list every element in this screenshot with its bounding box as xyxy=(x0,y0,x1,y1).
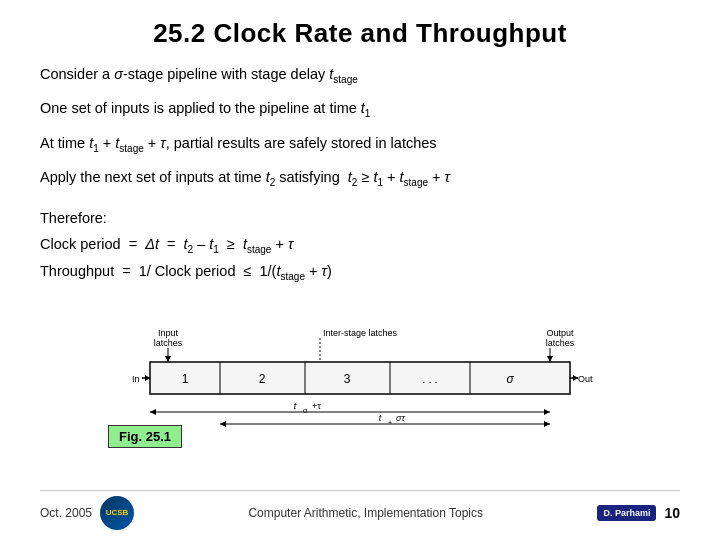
footer: Oct. 2005 UCSB Computer Arithmetic, Impl… xyxy=(40,490,680,530)
svg-text:t: t xyxy=(294,401,297,411)
clock-period-line: Clock period = Δt = t2 – t1 ≥ tstage + τ xyxy=(40,233,680,258)
svg-text:Out: Out xyxy=(578,374,593,384)
line-therefore: Therefore: xyxy=(40,207,680,229)
line-apply: Apply the next set of inputs at time t2 … xyxy=(40,166,680,190)
line-consider: Consider a σ-stage pipeline with stage d… xyxy=(40,63,680,87)
line-one-set: One set of inputs is applied to the pipe… xyxy=(40,97,680,121)
diagram-area: Input latches Inter-stage latches Output… xyxy=(40,293,680,486)
svg-text:3: 3 xyxy=(344,372,351,386)
svg-text:latches: latches xyxy=(546,338,575,348)
svg-text:στ: στ xyxy=(396,413,405,423)
throughput-label: Throughput = 1/ Clock period ≤ 1/(tstage… xyxy=(40,260,332,285)
svg-text:1: 1 xyxy=(182,372,189,386)
svg-text:σ: σ xyxy=(506,372,514,386)
svg-marker-28 xyxy=(544,409,550,415)
line-at-time: At time t1 + tstage + τ, partial results… xyxy=(40,132,680,156)
svg-text:latches: latches xyxy=(154,338,183,348)
svg-marker-3 xyxy=(165,356,171,362)
svg-text:t: t xyxy=(379,413,382,423)
ucsb-circle: UCSB xyxy=(100,496,134,530)
slide-title: 25.2 Clock Rate and Throughput xyxy=(40,18,680,49)
footer-date: Oct. 2005 xyxy=(40,506,92,520)
page-number: 10 xyxy=(664,505,680,521)
svg-text:Output: Output xyxy=(546,328,574,338)
clock-period-label: Clock period = Δt = t2 – t1 ≥ tstage + τ xyxy=(40,233,293,258)
ucsb-text: UCSB xyxy=(106,509,129,518)
svg-text:σ: σ xyxy=(303,407,308,414)
throughput-line: Throughput = 1/ Clock period ≤ 1/(tstage… xyxy=(40,260,680,285)
svg-marker-27 xyxy=(150,409,156,415)
slide: 25.2 Clock Rate and Throughput Consider … xyxy=(0,0,720,540)
svg-marker-33 xyxy=(220,421,226,427)
svg-marker-34 xyxy=(544,421,550,427)
svg-text:Input: Input xyxy=(158,328,179,338)
svg-text:2: 2 xyxy=(259,372,266,386)
fig-label: Fig. 25.1 xyxy=(108,425,182,448)
brand-logo: D. Parhami xyxy=(597,505,656,522)
math-block: Clock period = Δt = t2 – t1 ≥ tstage + τ… xyxy=(40,233,680,285)
ucsb-logo: UCSB xyxy=(100,496,134,530)
footer-left: Oct. 2005 UCSB xyxy=(40,496,134,530)
footer-right: D. Parhami 10 xyxy=(597,505,680,522)
footer-center-text: Computer Arithmetic, Implementation Topi… xyxy=(248,506,483,520)
content-area: Consider a σ-stage pipeline with stage d… xyxy=(40,63,680,486)
svg-text:+τ: +τ xyxy=(312,401,321,411)
svg-marker-9 xyxy=(547,356,553,362)
svg-text:. . .: . . . xyxy=(422,373,437,385)
svg-text:In: In xyxy=(132,374,140,384)
svg-text:Inter-stage latches: Inter-stage latches xyxy=(323,328,398,338)
pipeline-diagram: Input latches Inter-stage latches Output… xyxy=(120,324,600,454)
svg-text:+: + xyxy=(388,419,392,426)
brand-name: D. Parhami xyxy=(603,508,650,519)
